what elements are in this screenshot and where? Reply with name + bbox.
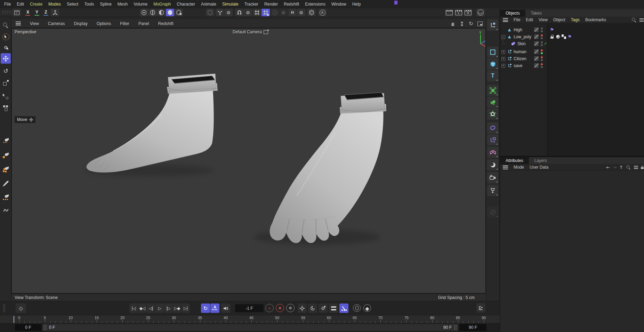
layer-toggle[interactable] [534,49,539,54]
object-name[interactable]: High [514,27,522,32]
playhead[interactable] [14,316,14,323]
collapse-toggle[interactable]: − [501,35,505,39]
timeline-end-field[interactable]: 90 F [459,324,486,331]
next-frame-button[interactable]: |▷ [164,303,172,313]
render-visibility-dot[interactable] [541,66,543,68]
make-editable-button[interactable] [13,9,21,16]
menu-tools[interactable]: Tools [84,2,94,7]
lock-icon[interactable] [641,166,644,169]
editor-visibility-dot[interactable] [541,27,543,30]
next-key-button[interactable]: ▷◆ [173,303,181,313]
current-frame-field[interactable]: -1 F [235,304,264,312]
menu-mesh[interactable]: Mesh [118,2,128,7]
om-menu-object[interactable]: Object [553,17,565,22]
editor-visibility-dot[interactable] [541,56,543,58]
edit-material-button[interactable] [487,207,498,218]
menu-simulate[interactable]: Simulate [222,2,239,7]
retopo-pen-button[interactable] [1,164,11,174]
move-tool-button[interactable] [1,53,11,64]
view-label[interactable]: Perspective [15,30,37,34]
symmetry-button[interactable] [288,9,297,16]
menu-render[interactable]: Render [264,2,278,7]
render-visibility-dot[interactable] [541,30,543,32]
volume-builder-button[interactable] [487,97,498,108]
vp-menu-filter[interactable]: Filter [120,21,129,26]
prev-key-button[interactable]: ◆◁ [138,303,146,313]
key-pla-toggle[interactable] [339,303,348,313]
goto-end-button[interactable]: ▷| [182,303,190,313]
rotate-tool-button[interactable]: ↺ [1,66,11,76]
menu-spline[interactable]: Spline [100,2,111,7]
modeling-settings-button[interactable] [307,9,316,16]
render-visibility-dot[interactable] [541,52,543,54]
object-name[interactable]: Skin [517,41,525,46]
snap-settings-button[interactable]: ⚙ [244,9,252,16]
polygon-pen-button[interactable] [1,150,11,160]
om-menu-edit[interactable]: Edit [526,17,533,22]
object-row-citizen[interactable]: + Citizen [500,55,644,62]
editor-visibility-dot[interactable] [541,41,543,43]
loop-mode-button[interactable]: ↻ [201,303,210,313]
toolbar-drag-handle[interactable] [1,10,11,15]
object-name[interactable]: save [514,63,522,68]
tab-takes[interactable]: Takes [525,10,547,17]
cube-primitive-button[interactable] [487,58,498,70]
enabled-check[interactable]: ✓ [544,41,547,46]
vp-menu-panel[interactable]: Panel [138,21,149,26]
layer-toggle[interactable] [534,34,539,39]
timeline-start-field[interactable]: 0 F [15,324,41,331]
object-row-save[interactable]: + save [500,62,644,69]
camera-label[interactable]: Default Camera [233,30,268,34]
range-end-grip[interactable] [454,325,457,330]
vp-menu-options[interactable]: Options [97,21,111,26]
uv-mode-button[interactable] [206,9,214,16]
editor-visibility-dot[interactable] [541,49,543,51]
viewport-menu-icon[interactable] [16,22,21,25]
menu-window[interactable]: Window [331,2,346,7]
om-menu-bookmarks[interactable]: Bookmarks [585,17,606,22]
environment-button[interactable] [487,159,498,170]
brush-tool-button[interactable] [1,178,11,189]
key-parameter-toggle[interactable] [329,303,338,313]
preview-range-slider[interactable]: 0 F 90 F [43,324,458,331]
model-mode-button[interactable] [140,9,148,16]
expand-toggle[interactable]: + [501,57,505,61]
lock-z-axis-button[interactable]: Z [42,9,50,16]
om-menu-tags[interactable]: Tags [571,17,580,22]
history-forward-button[interactable]: → [613,165,617,170]
toggle-views-button[interactable] [477,21,483,27]
stage-object-button[interactable] [487,185,498,196]
menu-animate[interactable]: Animate [201,2,216,7]
phong-tag[interactable]: ⚑ [567,34,572,39]
spline-primitive-button[interactable] [487,47,498,58]
orbit-view-button[interactable]: ↻ [468,21,474,27]
goto-start-button[interactable]: |◁ [129,303,138,313]
render-view-button[interactable] [445,9,453,16]
menu-redshift[interactable]: Redshift [284,2,299,7]
filter-icon[interactable] [639,18,644,22]
record-partial-button[interactable] [363,304,371,312]
subdivision-surface-button[interactable] [487,85,498,96]
render-to-picture-viewer-button[interactable]: ▸ [454,9,463,16]
filter-icon[interactable] [634,166,638,169]
object-row-low-poly[interactable]: − ▲ Low_poly ⚑ [500,33,644,40]
tab-layers[interactable]: Layers [529,157,553,164]
range-start-grip[interactable] [43,325,47,330]
editor-visibility-dot[interactable] [541,34,543,37]
menu-help[interactable]: Help [352,2,361,7]
camera-object-button[interactable] [487,172,498,183]
om-menu-file[interactable]: File [514,17,520,22]
annotation-button[interactable]: A [318,9,327,16]
symmetry-settings-button[interactable]: ⚙ [297,9,305,16]
isoline-settings-button[interactable]: ⚙ [279,9,288,16]
protection-tag[interactable] [549,34,555,39]
open-timeline-button[interactable] [476,303,485,313]
object-name[interactable]: Citizen [514,56,526,61]
expand-toggle[interactable]: + [501,50,505,54]
om-menu-view[interactable]: View [539,17,548,22]
polygons-mode-button[interactable] [166,9,174,16]
autokey-button[interactable]: A [276,304,284,312]
edges-mode-button[interactable] [175,9,183,16]
render-visibility-dot[interactable] [541,37,543,39]
am-menu-user-data[interactable]: User Data [530,165,548,170]
